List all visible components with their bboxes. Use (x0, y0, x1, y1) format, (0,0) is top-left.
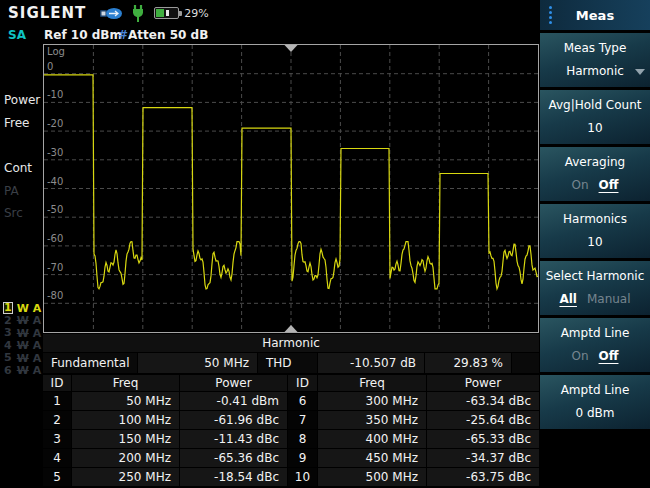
softkey-averaging-2[interactable]: AveragingOnOff (540, 147, 650, 201)
power-plug-icon (131, 5, 145, 22)
top-bar: SIGLENT 29% (0, 0, 540, 26)
toggle-option-all[interactable]: All (559, 292, 577, 306)
trace-indicator-3[interactable]: 3WA (3, 327, 41, 339)
status-icons: 29% (100, 5, 208, 22)
harmonic-table-header: IDFreqPowerIDFreqPower (43, 375, 539, 391)
menu-title: Meas (576, 8, 614, 23)
menu-grip-icon (549, 6, 552, 24)
battery-icon (154, 7, 179, 19)
harmonic-table-row: 150 MHz-0.41 dBm6300 MHz-63.34 dBc (43, 392, 539, 410)
toggle-option-manual[interactable]: Manual (587, 292, 631, 306)
harmonic-table-row: 4200 MHz-65.36 dBc9450 MHz-34.37 dBc (43, 449, 539, 467)
toggle-option-off[interactable]: Off (599, 349, 619, 363)
harmonic-table: IDFreqPowerIDFreqPower150 MHz-0.41 dBm63… (43, 375, 539, 486)
toggle-option-on[interactable]: On (572, 349, 589, 363)
trace-indicator-5[interactable]: 5WA (3, 352, 41, 364)
menu-header[interactable]: Meas (540, 0, 650, 30)
status-row: SA Ref 10 dBm #Atten 50 dB (0, 27, 540, 44)
left-label-pa: PA (4, 184, 19, 198)
brand-logo: SIGLENT (8, 4, 86, 22)
trace-indicator-list: 1WA2WA3WA4WA5WA6WA (3, 302, 41, 377)
thd-db-value: -10.507 dB (318, 353, 424, 373)
left-label-power: Power (4, 93, 40, 107)
left-label-free: Free (4, 116, 29, 130)
softkey-amptd-line-5[interactable]: Amptd LineOnOff (540, 318, 650, 372)
fundamental-row: Fundamental 50 MHz THD -10.507 dB 29.83 … (43, 353, 539, 373)
attenuation-readout[interactable]: #Atten 50 dB (118, 28, 208, 42)
harmonic-result-panel: Harmonic Fundamental 50 MHz THD -10.507 … (43, 334, 539, 487)
ref-level-readout[interactable]: Ref 10 dBm (44, 28, 122, 42)
spectrum-display: Log0-10-20-30-40-50-60-70-80 (43, 44, 539, 333)
panel-title: Harmonic (43, 334, 539, 352)
fundamental-value: 50 MHz (138, 353, 257, 373)
trace-indicator-6[interactable]: 6WA (3, 365, 41, 377)
left-label-src: Src (4, 206, 23, 220)
trace-indicator-2[interactable]: 2WA (3, 315, 41, 327)
trace-indicator-4[interactable]: 4WA (3, 340, 41, 352)
left-label-cont: Cont (4, 161, 32, 175)
harmonic-table-row: 3150 MHz-11.43 dBc8400 MHz-65.33 dBc (43, 430, 539, 448)
thd-percent-value: 29.83 % (425, 353, 511, 373)
spectrum-analyzer-screen: SIGLENT 29% SA Ref 10 dBm (0, 0, 650, 488)
toggle-option-on[interactable]: On (572, 178, 589, 192)
harmonic-table-row: 5250 MHz-18.54 dBc10500 MHz-63.75 dBc (43, 468, 539, 486)
soft-menu: Meas Meas TypeHarmonicAvg|Hold Count10Av… (540, 0, 650, 488)
usb-device-icon (100, 7, 122, 20)
softkey-avg-hold-count-1[interactable]: Avg|Hold Count10 (540, 90, 650, 144)
softkey-harmonics-3[interactable]: Harmonics10 (540, 204, 650, 258)
battery-percent: 29% (184, 7, 208, 20)
toggle-option-off[interactable]: Off (599, 178, 619, 192)
softkey-select-harmonic-4[interactable]: Select HarmonicAllManual (540, 261, 650, 315)
softkey-amptd-line-6[interactable]: Amptd Line0 dBm (540, 375, 650, 429)
trace-indicator-1[interactable]: 1WA (3, 302, 41, 314)
mode-indicator: SA (8, 28, 26, 42)
softkey-meas-type-0[interactable]: Meas TypeHarmonic (540, 33, 650, 87)
spacer-cell (512, 353, 539, 373)
harmonic-table-row: 2100 MHz-61.96 dBc7350 MHz-25.64 dBc (43, 411, 539, 429)
thd-label: THD (258, 353, 317, 373)
dropdown-arrow-icon (635, 69, 645, 75)
fundamental-label: Fundamental (43, 353, 137, 373)
trace-plot (44, 45, 538, 332)
atten-coupled-flag: # (118, 28, 128, 42)
